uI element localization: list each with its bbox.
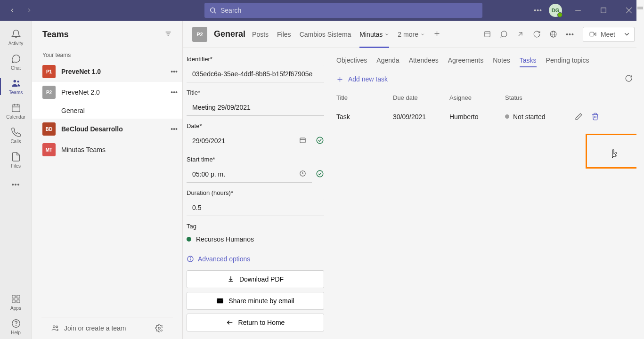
- rail-calendar[interactable]: Calendar: [0, 99, 32, 123]
- tab-cambios[interactable]: Cambios Sistema: [300, 21, 351, 48]
- svg-point-22: [56, 326, 58, 328]
- meet-button[interactable]: Meet: [583, 27, 621, 42]
- rail-apps[interactable]: Apps: [0, 290, 32, 315]
- advanced-options[interactable]: Advanced options: [187, 252, 324, 266]
- highlight-box: [586, 134, 643, 169]
- gear-icon[interactable]: [155, 324, 163, 332]
- rail-activity[interactable]: Activity: [0, 25, 32, 50]
- start-field[interactable]: 05:00 p. m.: [187, 166, 312, 183]
- search-input[interactable]: [204, 3, 482, 18]
- meet-dropdown[interactable]: [620, 27, 635, 42]
- svg-rect-8: [12, 105, 20, 112]
- subtab-attendees[interactable]: Attendees: [409, 54, 439, 67]
- team-name: Minutas Teams: [61, 146, 178, 153]
- tab-minutas[interactable]: Minutas: [359, 21, 389, 48]
- rail-label: Help: [11, 330, 21, 335]
- return-home-button[interactable]: Return to Home: [187, 314, 324, 331]
- title-field[interactable]: Meeting 29/09/2021: [187, 99, 324, 116]
- scrollbar[interactable]: [636, 48, 644, 339]
- popout-icon[interactable]: [516, 30, 524, 38]
- filter-icon[interactable]: [164, 30, 172, 39]
- search-field[interactable]: [220, 7, 478, 14]
- svg-point-25: [158, 327, 161, 330]
- info-icon: [187, 255, 194, 263]
- team-badge: P1: [42, 65, 56, 78]
- rail-label: Activity: [8, 41, 24, 46]
- col-due: Due date: [393, 94, 449, 101]
- download-pdf-button[interactable]: Download PDF: [187, 270, 324, 288]
- rail-help[interactable]: Help: [0, 315, 32, 339]
- share-email-button[interactable]: Share minute by email: [187, 292, 324, 310]
- team-more-icon[interactable]: •••: [171, 68, 178, 75]
- channel-name: General: [214, 29, 245, 39]
- edit-icon[interactable]: [575, 113, 583, 121]
- valid-icon: [316, 170, 324, 179]
- table-header: Title Due date Asignee Status: [336, 90, 633, 105]
- subtab-tasks[interactable]: Tasks: [520, 54, 537, 67]
- svg-point-0: [211, 8, 215, 12]
- window-close[interactable]: [620, 0, 638, 21]
- identifier-field[interactable]: 035edc6a-35ae-4ddf-8b85-b15f2f67905e: [187, 65, 324, 82]
- col-status: Status: [505, 94, 566, 101]
- rail-label: Files: [11, 163, 21, 169]
- add-tab[interactable]: [433, 30, 440, 39]
- svg-rect-3: [601, 8, 606, 13]
- channel-badge: P2: [192, 27, 207, 42]
- team-name: BeCloud Desarrollo: [61, 125, 165, 133]
- tag-value: Recursos Humanos: [187, 233, 324, 246]
- team-item[interactable]: BDBeCloud Desarrollo•••: [32, 119, 182, 139]
- join-team-label[interactable]: Join or create a team: [64, 324, 150, 332]
- start-label: Start time*: [187, 156, 324, 163]
- tab-app-icon[interactable]: [483, 30, 491, 38]
- title-label: Title*: [187, 89, 324, 96]
- date-field[interactable]: 29/09/2021: [187, 132, 312, 149]
- reload-icon[interactable]: [533, 30, 541, 38]
- duration-field[interactable]: 0.5: [187, 199, 324, 216]
- team-name: PreveNet 1.0: [61, 68, 165, 75]
- subtab-agreements[interactable]: Agreements: [448, 54, 483, 67]
- tag-dot: [187, 237, 191, 242]
- cell-title: Task: [336, 113, 393, 121]
- chevron-down-icon: [384, 32, 389, 37]
- tab-files[interactable]: Files: [277, 21, 291, 48]
- subtab-notes[interactable]: Notes: [493, 54, 510, 67]
- team-badge: MT: [42, 143, 56, 156]
- chat-icon[interactable]: [500, 30, 508, 38]
- subtab-objectives[interactable]: Objectives: [336, 54, 367, 67]
- tab-posts[interactable]: Posts: [252, 21, 269, 48]
- rail-chat[interactable]: Chat: [0, 50, 32, 74]
- team-item[interactable]: MTMinutas Teams: [32, 139, 182, 160]
- more-icon[interactable]: •••: [534, 7, 542, 14]
- user-avatar[interactable]: DG: [549, 4, 562, 17]
- window-maximize[interactable]: [594, 0, 613, 21]
- rail-files[interactable]: Files: [0, 148, 32, 172]
- team-item[interactable]: P1PreveNet 1.0•••: [32, 61, 182, 82]
- table-row[interactable]: Task 30/09/2021 Humberto Not started: [336, 105, 633, 128]
- calendar-icon[interactable]: [299, 137, 306, 145]
- team-more-icon[interactable]: •••: [171, 125, 178, 133]
- subtab-pending[interactable]: Pending topics: [546, 54, 589, 67]
- status-dot: [505, 114, 509, 119]
- team-item[interactable]: P2PreveNet 2.0•••: [32, 82, 182, 103]
- rail-label: Teams: [9, 90, 23, 95]
- trash-icon[interactable]: [591, 113, 599, 121]
- rail-teams[interactable]: Teams: [0, 74, 32, 99]
- svg-rect-12: [12, 295, 15, 298]
- add-task-button[interactable]: Add new task: [336, 75, 388, 83]
- nav-back[interactable]: [6, 4, 19, 17]
- nav-forward[interactable]: [23, 4, 36, 17]
- svg-rect-33: [590, 32, 594, 36]
- more-icon[interactable]: •••: [566, 31, 574, 38]
- window-minimize[interactable]: [569, 0, 587, 21]
- refresh-icon[interactable]: [625, 74, 633, 84]
- clock-icon[interactable]: [299, 170, 306, 178]
- globe-icon[interactable]: [549, 30, 557, 38]
- team-more-icon[interactable]: •••: [171, 89, 178, 96]
- rail-calls[interactable]: Calls: [0, 123, 32, 148]
- task-column: Objectives Agenda Attendees Agreements N…: [329, 48, 644, 339]
- subtab-agenda[interactable]: Agenda: [376, 54, 399, 67]
- tab-more[interactable]: 2 more: [398, 21, 425, 48]
- rail-more[interactable]: •••: [0, 172, 32, 197]
- svg-rect-35: [300, 138, 305, 143]
- channel-item[interactable]: General: [32, 103, 182, 119]
